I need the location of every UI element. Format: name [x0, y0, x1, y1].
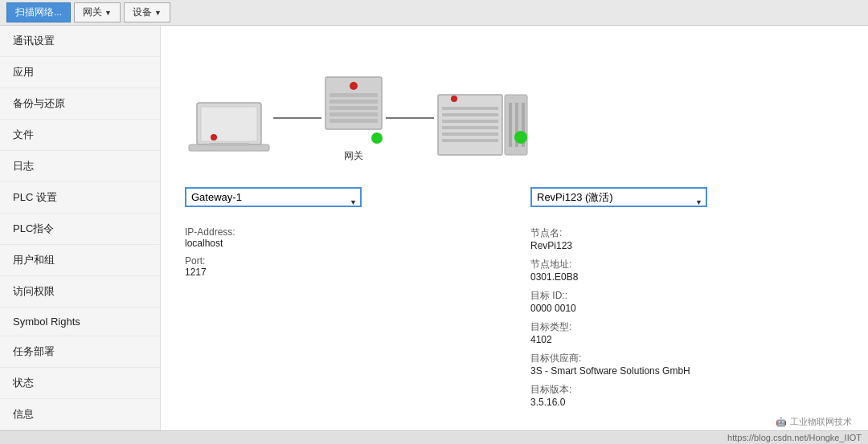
- gateway-ip-row: IP-Address: localhost: [185, 226, 498, 249]
- device-node-addr-label: 节点地址:: [530, 258, 844, 271]
- device-target-version-label: 目标版本:: [530, 383, 844, 397]
- svg-rect-1: [201, 107, 257, 141]
- sidebar-item-info[interactable]: 信息: [0, 399, 160, 430]
- url-bar: https://blog.csdn.net/Hongke_IIOT: [0, 430, 868, 444]
- revpi-device: [434, 91, 530, 163]
- gateway-ip-label: IP-Address:: [185, 226, 498, 238]
- device-target-version-row: 目标版本: 3.5.16.0: [530, 383, 844, 408]
- svg-rect-14: [442, 107, 498, 110]
- details-area: Gateway-1 IP-Address: localhost Port: 12…: [161, 179, 868, 430]
- main-layout: 通讯设置 应用 备份与还原 文件 日志 PLC 设置 PLC指令 用户和组 访问…: [0, 26, 868, 430]
- svg-rect-8: [330, 100, 378, 104]
- svg-point-6: [350, 82, 358, 90]
- sidebar-item-plc-settings[interactable]: PLC 设置: [0, 182, 160, 214]
- svg-rect-11: [330, 119, 378, 123]
- gateway-label: 网关: [344, 149, 363, 163]
- gateway-port-value: 1217: [185, 267, 498, 278]
- sidebar-item-plc-cmd[interactable]: PLC指令: [0, 214, 160, 245]
- sidebar-item-access[interactable]: 访问权限: [0, 276, 160, 308]
- device-node-name-value: RevPi123: [530, 240, 844, 251]
- network-diagram: 网关: [161, 26, 868, 179]
- content-area: 网关: [161, 26, 868, 430]
- svg-rect-12: [438, 95, 502, 155]
- svg-rect-9: [330, 106, 378, 110]
- conn-line-1: [273, 117, 321, 119]
- gateway-dropdown-arrow: ▼: [104, 9, 112, 17]
- svg-rect-15: [442, 113, 498, 116]
- device-node-addr-row: 节点地址: 0301.E0B8: [530, 258, 844, 283]
- device-target-id-label: 目标 ID::: [530, 289, 844, 303]
- gateway-port-row: Port: 1217: [185, 255, 498, 278]
- device-column: RevPi123 (激活) 节点名: RevPi123 节点地址: 0301.E…: [530, 187, 844, 414]
- svg-rect-18: [442, 132, 498, 136]
- laptop-device: [185, 99, 273, 163]
- toolbar: 扫描网络... 网关 ▼ 设备 ▼: [0, 0, 868, 26]
- sidebar-item-log[interactable]: 日志: [0, 151, 160, 182]
- svg-rect-20: [509, 103, 512, 147]
- sidebar-item-file[interactable]: 文件: [0, 120, 160, 151]
- device-target-id-row: 目标 ID:: 0000 0010: [530, 289, 844, 314]
- sidebar-item-comm[interactable]: 通讯设置: [0, 26, 160, 57]
- device-target-type-row: 目标类型: 4102: [530, 320, 844, 345]
- svg-rect-17: [442, 126, 498, 129]
- device-target-vendor-value: 3S - Smart Software Solutions GmbH: [530, 365, 844, 377]
- sidebar-item-backup[interactable]: 备份与还原: [0, 88, 160, 120]
- sidebar: 通讯设置 应用 备份与还原 文件 日志 PLC 设置 PLC指令 用户和组 访问…: [0, 26, 161, 430]
- gateway-ip-value: localhost: [185, 238, 498, 249]
- svg-rect-19: [442, 139, 498, 142]
- sidebar-item-symbol-rights[interactable]: Symbol Rights: [0, 308, 160, 336]
- device-target-id-value: 0000 0010: [530, 303, 844, 314]
- svg-rect-4: [209, 143, 249, 146]
- revpi-status-dot: [514, 131, 527, 144]
- gateway-status-dot: [371, 132, 383, 144]
- gateway-device: 网关: [321, 73, 386, 163]
- device-node-name-row: 节点名: RevPi123: [530, 226, 844, 251]
- svg-rect-16: [442, 120, 498, 123]
- laptop-icon: [185, 99, 273, 163]
- device-dropdown-arrow: ▼: [154, 9, 162, 17]
- device-target-type-value: 4102: [530, 334, 844, 345]
- revpi-icon: [434, 91, 530, 163]
- gateway-select[interactable]: Gateway-1: [185, 187, 362, 207]
- svg-point-23: [451, 96, 457, 102]
- svg-rect-7: [330, 93, 378, 97]
- device-target-version-value: 3.5.16.0: [530, 397, 844, 408]
- device-target-type-label: 目标类型:: [530, 320, 844, 334]
- conn-line-2: [386, 117, 434, 119]
- gateway-port-label: Port:: [185, 255, 498, 267]
- gateway-select-wrapper[interactable]: Gateway-1: [185, 187, 362, 217]
- device-target-vendor-row: 目标供应商: 3S - Smart Software Solutions Gmb…: [530, 352, 844, 377]
- scan-network-button[interactable]: 扫描网络...: [6, 2, 71, 22]
- svg-point-2: [211, 134, 217, 141]
- device-select[interactable]: RevPi123 (激活): [530, 187, 707, 207]
- device-select-wrapper[interactable]: RevPi123 (激活): [530, 187, 707, 217]
- sidebar-item-task-deploy[interactable]: 任务部署: [0, 336, 160, 368]
- sidebar-item-users[interactable]: 用户和组: [0, 245, 160, 276]
- svg-rect-10: [330, 112, 378, 116]
- sidebar-item-app[interactable]: 应用: [0, 57, 160, 88]
- device-node-name-label: 节点名:: [530, 226, 844, 240]
- device-button[interactable]: 设备 ▼: [124, 2, 170, 22]
- device-node-addr-value: 0301.E0B8: [530, 271, 844, 283]
- gateway-button[interactable]: 网关 ▼: [74, 2, 121, 22]
- sidebar-item-status[interactable]: 状态: [0, 368, 160, 399]
- gateway-column: Gateway-1 IP-Address: localhost Port: 12…: [185, 187, 498, 414]
- device-target-vendor-label: 目标供应商:: [530, 352, 844, 365]
